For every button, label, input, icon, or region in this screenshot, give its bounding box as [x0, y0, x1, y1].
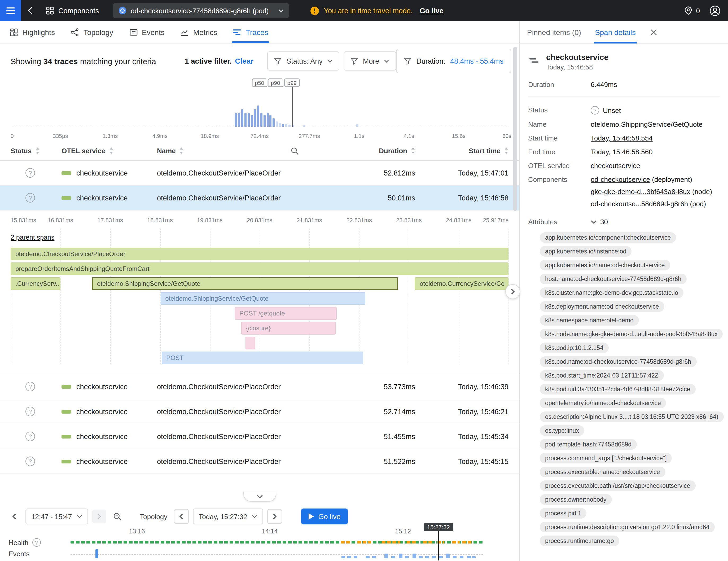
attributes-toggle[interactable]: 30: [591, 218, 608, 226]
time-range-selector[interactable]: 12:47 - 15:47: [25, 509, 88, 524]
event-bar[interactable]: [453, 556, 457, 558]
close-panel-button[interactable]: [651, 21, 657, 43]
search-icon[interactable]: [291, 147, 299, 155]
detail-value[interactable]: Today, 15:46:58.554: [591, 134, 720, 142]
column-header-start-time[interactable]: Start time: [415, 147, 508, 155]
attribute-chip[interactable]: k8s.pod.name:od-checkoutservice-77458d68…: [540, 356, 696, 367]
event-bar[interactable]: [460, 556, 464, 558]
event-bar[interactable]: [384, 554, 388, 558]
sort-icon[interactable]: [35, 147, 40, 154]
attribute-chip[interactable]: k8s.node.name:gke-gke-demo-d...ault-node…: [540, 329, 723, 339]
collapse-table-button[interactable]: [243, 492, 276, 502]
tab-events[interactable]: Events: [129, 21, 165, 43]
detail-value[interactable]: Today, 15:46:58.560: [591, 148, 720, 156]
pod-selector-dropdown[interactable]: od-checkoutservice-77458d689d-g8r6h (pod…: [113, 3, 289, 18]
hamburger-menu-button[interactable]: [0, 0, 21, 21]
span-bar[interactable]: prepareOrderItemsAndShippingQuoteFromCar…: [11, 262, 508, 275]
status-filter-dropdown[interactable]: Status: Any: [267, 51, 340, 71]
event-bar[interactable]: [354, 556, 358, 558]
health-bar[interactable]: [71, 541, 483, 544]
timeline-prev-button[interactable]: [7, 510, 21, 523]
event-bar[interactable]: [347, 556, 351, 558]
sort-icon[interactable]: [109, 147, 113, 154]
attribute-chip[interactable]: process.command_args:["./checkoutservice…: [540, 453, 672, 463]
attribute-chip[interactable]: k8s.pod.ip:10.1.2.154: [540, 343, 609, 353]
table-row[interactable]: ?checkoutserviceoteldemo.CheckoutService…: [0, 374, 519, 399]
attribute-chip[interactable]: os.description:Alpine Linux 3....t 18 03…: [540, 411, 723, 422]
duration-histogram[interactable]: p50p90p99 0335µs1.3ms4.9ms18.9ms72.4ms27…: [11, 78, 508, 139]
attribute-chip[interactable]: opentelemetry.io/name:od-checkoutservice: [540, 398, 666, 408]
panel-expander-button[interactable]: [505, 284, 520, 299]
tab-metrics[interactable]: Metrics: [181, 21, 217, 43]
event-bar[interactable]: [95, 549, 98, 558]
span-bar[interactable]: [245, 337, 255, 349]
attribute-chip[interactable]: os.type:linux: [540, 425, 584, 436]
back-button[interactable]: [21, 0, 40, 21]
span-bar[interactable]: oteldemo.CheckoutService/PlaceOrder: [11, 248, 508, 260]
column-header-otel-service[interactable]: OTEL service: [62, 147, 157, 155]
attribute-chip[interactable]: app.kubernetes.io/component:checkoutserv…: [540, 232, 676, 243]
event-bar[interactable]: [419, 556, 423, 558]
event-bar[interactable]: [472, 556, 476, 558]
column-header-duration[interactable]: Duration: [336, 147, 415, 155]
table-row[interactable]: ?checkoutserviceoteldemo.CheckoutService…: [0, 399, 519, 424]
component-link[interactable]: od-checkoutservice: [591, 176, 650, 183]
attribute-chip[interactable]: k8s.pod.start_time:2024-03-12T11:57:42Z: [540, 370, 664, 381]
tab-traces[interactable]: Traces: [233, 21, 268, 43]
span-bar[interactable]: {closure}: [241, 322, 336, 335]
attribute-chip[interactable]: process.executable.path:/usr/src/app/che…: [540, 480, 695, 491]
event-bar[interactable]: [405, 556, 409, 558]
event-bar[interactable]: [372, 556, 376, 558]
help-icon[interactable]: ?: [32, 538, 41, 547]
table-row[interactable]: ?checkoutserviceoteldemo.CheckoutService…: [0, 424, 519, 449]
timeline-chart[interactable]: 13:1614:1415:12 15:27:32: [71, 528, 483, 560]
span-bar[interactable]: oteldemo.ShippingService/GetQuote: [160, 292, 366, 305]
table-row[interactable]: ?checkoutserviceoteldemo.CheckoutService…: [0, 161, 519, 186]
go-live-link[interactable]: Go live: [420, 7, 444, 15]
event-bar[interactable]: [398, 554, 402, 558]
attribute-chip[interactable]: k8s.deployment.name:od-checkoutservice: [540, 301, 664, 312]
tab-highlights[interactable]: Highlights: [10, 21, 55, 43]
clear-filters-link[interactable]: Clear: [235, 57, 253, 65]
event-bar[interactable]: [413, 554, 416, 558]
tab-span-details[interactable]: Span details: [595, 21, 636, 43]
parent-spans-link[interactable]: 2 parent spans: [11, 234, 54, 241]
duration-filter[interactable]: Duration: 48.4ms - 55.4ms: [396, 49, 511, 73]
components-nav-button[interactable]: Components: [46, 6, 99, 15]
attribute-chip[interactable]: pod-template-hash:77458d689d: [540, 439, 637, 450]
event-bar[interactable]: [341, 556, 345, 558]
event-bar[interactable]: [467, 556, 471, 558]
attribute-chip[interactable]: process.runtime.description:go version g…: [540, 522, 715, 532]
component-link[interactable]: gke-gke-demo-d...3bf643a8-i8ux: [591, 188, 690, 196]
attribute-chip[interactable]: process.runtime.name:go: [540, 536, 619, 546]
attribute-chip[interactable]: process.pid:1: [540, 508, 587, 519]
attribute-chip[interactable]: app.kubernetes.io/name:od-checkoutservic…: [540, 260, 670, 270]
event-bar[interactable]: [366, 556, 370, 558]
span-bar[interactable]: .CurrencyServ...: [11, 277, 60, 290]
span-bar[interactable]: oteldemo.CurrencyService/Co: [415, 277, 508, 290]
current-time-selector[interactable]: Today, 15:27:32: [193, 509, 263, 524]
time-step-forward-button[interactable]: [267, 509, 282, 524]
tab-topology[interactable]: Topology: [71, 21, 113, 43]
tab-pinned-items[interactable]: Pinned items (0): [527, 21, 581, 43]
more-filters-dropdown[interactable]: More: [344, 51, 396, 71]
attribute-chip[interactable]: host.name:od-checkoutservice-77458d689d-…: [540, 274, 687, 284]
span-bar[interactable]: POST /getquote: [235, 307, 337, 320]
attribute-chip[interactable]: app.kubernetes.io/instance:od: [540, 246, 632, 257]
avatar[interactable]: [709, 5, 721, 16]
attribute-chip[interactable]: k8s.namespace.name:otel-demo: [540, 315, 639, 326]
time-step-back-button[interactable]: [174, 509, 188, 524]
sort-icon[interactable]: [504, 147, 508, 154]
attribute-chip[interactable]: k8s.cluster.name:gke-demo-dev.gcp.stacks…: [540, 287, 683, 298]
table-row[interactable]: ?checkoutserviceoteldemo.CheckoutService…: [0, 449, 519, 474]
attribute-chip[interactable]: process.executable.name:checkoutservice: [540, 467, 665, 477]
column-header-status[interactable]: Status: [11, 147, 62, 155]
component-link[interactable]: od-checkoutse...58d689d-g8r6h: [591, 200, 688, 208]
table-row[interactable]: ?checkoutserviceoteldemo.CheckoutService…: [0, 186, 519, 211]
event-bar[interactable]: [391, 556, 395, 558]
main-scrollbar[interactable]: [513, 47, 517, 211]
span-bar[interactable]: oteldemo.ShippingService/GetQuote: [92, 277, 398, 290]
pin-icon[interactable]: [685, 6, 692, 15]
attribute-chip[interactable]: k8s.pod.uid:3a430351-2cda-4d67-8d88-318f…: [540, 384, 695, 395]
timeline-current-marker[interactable]: 15:27:32: [424, 523, 453, 560]
